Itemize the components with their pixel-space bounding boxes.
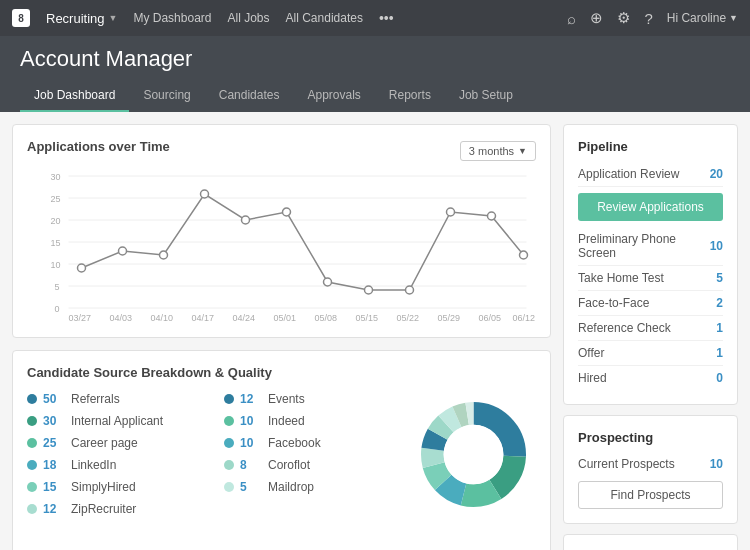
svg-point-29: [201, 190, 209, 198]
source-count: 25: [43, 436, 65, 450]
tab-job-dashboard[interactable]: Job Dashboard: [20, 80, 129, 112]
find-prospects-button[interactable]: Find Prospects: [578, 481, 723, 509]
prospects-card: Prospecting Current Prospects 10 Find Pr…: [563, 415, 738, 524]
donut-chart-area: [421, 388, 536, 520]
list-item: 25 Career page: [27, 432, 216, 454]
svg-text:05/29: 05/29: [438, 313, 461, 323]
source-label: Internal Applicant: [71, 414, 163, 428]
tab-candidates[interactable]: Candidates: [205, 80, 294, 112]
source-dot-simplyhired: [27, 482, 37, 492]
list-item: 5 Maildrop: [224, 476, 413, 498]
help-icon[interactable]: ?: [644, 10, 652, 27]
prospecting-title: Prospecting: [578, 430, 723, 445]
source-count: 12: [43, 502, 65, 516]
tab-job-setup[interactable]: Job Setup: [445, 80, 527, 112]
source-count: 18: [43, 458, 65, 472]
gear-icon[interactable]: ⚙: [617, 9, 630, 27]
page-title: Account Manager: [20, 46, 730, 80]
list-item: 10 Facebook: [224, 432, 413, 454]
source-count: 30: [43, 414, 65, 428]
pipeline-card: Pipeline Application Review 20 Review Ap…: [563, 124, 738, 405]
source-dot-events: [224, 394, 234, 404]
svg-text:25: 25: [51, 194, 61, 204]
pipeline-label: Preliminary Phone Screen: [578, 232, 710, 260]
pipeline-item-face: Face-to-Face 2: [578, 291, 723, 316]
tab-approvals[interactable]: Approvals: [293, 80, 374, 112]
svg-text:06/12: 06/12: [513, 313, 536, 323]
list-item: 12 Events: [224, 388, 413, 410]
svg-text:04/17: 04/17: [192, 313, 215, 323]
svg-text:05/15: 05/15: [356, 313, 379, 323]
line-chart-svg: 30 25 20 15 10 5 0 03/27: [27, 168, 536, 323]
pipeline-item-reference: Reference Check 1: [578, 316, 723, 341]
pipeline-count: 5: [716, 271, 723, 285]
svg-point-34: [406, 286, 414, 294]
source-dot-indeed: [224, 416, 234, 426]
pipeline-count: 2: [716, 296, 723, 310]
svg-point-37: [520, 251, 528, 259]
source-dot-career: [27, 438, 37, 448]
source-count: 15: [43, 480, 65, 494]
list-item: 18 LinkedIn: [27, 454, 216, 476]
nav-all-jobs[interactable]: All Jobs: [228, 11, 270, 25]
source-count: 50: [43, 392, 65, 406]
source-label: Career page: [71, 436, 138, 450]
chart-header: Applications over Time 3 months ▼: [27, 139, 536, 162]
svg-text:0: 0: [55, 304, 60, 314]
source-dot-facebook: [224, 438, 234, 448]
source-label: Facebook: [268, 436, 321, 450]
source-count: 10: [240, 436, 262, 450]
review-applications-button[interactable]: Review Applications: [578, 193, 723, 221]
search-icon[interactable]: ⌕: [567, 10, 576, 27]
pipeline-label: Reference Check: [578, 321, 671, 335]
nav-more[interactable]: •••: [379, 10, 394, 26]
user-menu[interactable]: Hi Caroline ▼: [667, 11, 738, 25]
nav-right: ⌕ ⊕ ⚙ ? Hi Caroline ▼: [567, 9, 738, 27]
predicts-card: Greenhouse Predicts: [563, 534, 738, 550]
add-icon[interactable]: ⊕: [590, 9, 603, 27]
nav-my-dashboard[interactable]: My Dashboard: [133, 11, 211, 25]
pipeline-item-app-review: Application Review 20: [578, 162, 723, 187]
brand-caret: ▼: [109, 13, 118, 23]
source-count: 10: [240, 414, 262, 428]
chart-filter-button[interactable]: 3 months ▼: [460, 141, 536, 161]
tab-sourcing[interactable]: Sourcing: [129, 80, 204, 112]
nav-brand[interactable]: Recruiting ▼: [46, 11, 117, 26]
svg-text:06/05: 06/05: [479, 313, 502, 323]
source-dot-maildrop: [224, 482, 234, 492]
pipeline-label: Hired: [578, 371, 607, 385]
pipeline-item-phone: Preliminary Phone Screen 10: [578, 227, 723, 266]
pipeline-item-offer: Offer 1: [578, 341, 723, 366]
pipeline-label: Application Review: [578, 167, 679, 181]
source-card: Candidate Source Breakdown & Quality 50 …: [12, 350, 551, 550]
pipeline-count: 1: [716, 346, 723, 360]
svg-point-33: [365, 286, 373, 294]
tab-reports[interactable]: Reports: [375, 80, 445, 112]
source-content: 50 Referrals 30 Internal Applicant 25 Ca…: [27, 388, 536, 520]
source-label: Indeed: [268, 414, 305, 428]
pipeline-title: Pipeline: [578, 139, 723, 154]
source-label: Coroflot: [268, 458, 310, 472]
source-dot-internal: [27, 416, 37, 426]
svg-text:05/01: 05/01: [274, 313, 297, 323]
nav-logo: 8: [12, 9, 30, 27]
nav-all-candidates[interactable]: All Candidates: [286, 11, 363, 25]
source-label: Referrals: [71, 392, 120, 406]
sub-nav: Job Dashboard Sourcing Candidates Approv…: [20, 80, 730, 112]
list-item: 8 Coroflot: [224, 454, 413, 476]
svg-point-49: [444, 424, 504, 484]
list-item: 15 SimplyHired: [27, 476, 216, 498]
pipeline-count: 1: [716, 321, 723, 335]
list-item: 12 ZipRecruiter: [27, 498, 216, 520]
pipeline-count: 0: [716, 371, 723, 385]
source-label: Maildrop: [268, 480, 314, 494]
svg-text:05/22: 05/22: [397, 313, 420, 323]
svg-point-31: [283, 208, 291, 216]
chart-title: Applications over Time: [27, 139, 170, 154]
top-nav: 8 Recruiting ▼ My Dashboard All Jobs All…: [0, 0, 750, 36]
pipeline-label: Offer: [578, 346, 604, 360]
svg-text:04/10: 04/10: [151, 313, 174, 323]
svg-text:04/24: 04/24: [233, 313, 256, 323]
svg-point-32: [324, 278, 332, 286]
svg-text:5: 5: [55, 282, 60, 292]
